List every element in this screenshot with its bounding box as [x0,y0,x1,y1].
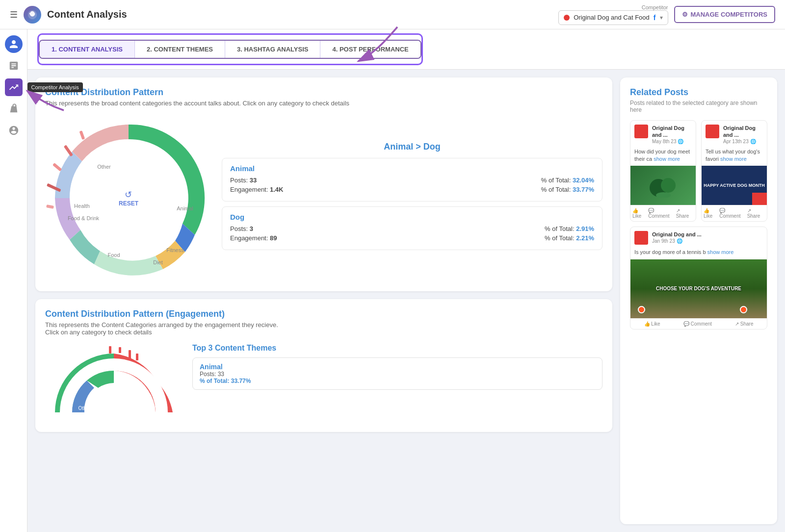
post-actions-2: 👍 Like 💬 Comment ↗ Share [702,205,767,221]
post-header-3: Original Dog and ... Jan 9th 23 🌐 [630,227,767,249]
donut-chart-wrapper: Other Health Food & Drink Food Animal Fi… [45,115,212,281]
dog-pct-value: 2.91% [576,225,594,232]
sidebar-item-account[interactable] [5,122,23,139]
post-image-3: CHOOSE YOUR DOG'S ADVENTURE [630,259,767,318]
post-avatar-2 [706,125,719,138]
tab-hashtag-analysis[interactable]: 3. HASHTAG ANALYSIS [225,41,320,58]
label-food: Food [107,252,120,258]
label-animal: Animal [177,205,193,211]
tabs-container: 1. CONTENT ANALYSIS 2. CONTENT THEMES 3.… [37,33,423,65]
post-image-1 [630,166,696,205]
competitor-status-dot [564,15,570,21]
reset-icon: ↺ [125,189,132,200]
animal-stat-title: Animal [230,164,594,173]
tabs-inner: 1. CONTENT ANALYSIS 2. CONTENT THEMES 3.… [39,40,421,59]
label-fitness: Fitness [166,247,184,253]
label-food-drink: Food & Drink [68,215,100,221]
related-posts-subtitle: Posts related to the selected category a… [630,100,767,113]
dog-engagement-pct-value: 2.21% [576,234,594,242]
share-action-1[interactable]: ↗ Share [676,208,694,219]
hamburger-icon[interactable]: ☰ [10,9,18,20]
related-posts-card: Related Posts Posts related to the selec… [620,77,777,524]
eng-spike-3 [129,350,131,359]
user-avatar [5,35,23,53]
animal-theme-pct: % of Total: 33.77% [200,378,595,384]
top3-themes: Top 3 Content Themes Animal Posts: 33 % … [192,344,602,390]
animal-pct-value: 32.04% [573,177,594,184]
sidebar-item-profile[interactable] [5,35,23,53]
tab-content-themes[interactable]: 2. CONTENT THEMES [135,41,225,58]
spike-3 [52,163,62,171]
dog-engagement-row: Engagement: 89 % of Total: 2.21% [230,234,594,242]
chevron-down-icon: ▾ [660,14,663,21]
show-more-link-3[interactable]: show more [707,249,734,255]
like-action-3[interactable]: 👍 Like [644,321,660,327]
post-image-text-2: HAPPY ACTIVE DOG MONTH [702,181,767,191]
header-right: Competitor Original Dog and Cat Food f ▾… [558,4,775,25]
label-health: Health [74,203,90,209]
content-distribution-card: Content Distribution Pattern This repres… [35,77,612,291]
post-card-3: Original Dog and ... Jan 9th 23 🌐 Is you… [630,227,767,329]
logo-icon [27,9,38,20]
share-action-3[interactable]: ↗ Share [735,321,753,327]
competitor-selector[interactable]: Original Dog and Cat Food f ▾ [558,10,668,25]
post-name-3: Original Dog and ... [652,231,763,238]
sidebar-item-analytics[interactable] [5,57,23,75]
dog-stat-title: Dog [230,213,594,221]
show-more-link-2[interactable]: show more [720,156,747,162]
posts-grid-top: Original Dog and ... May 8th 23 🌐 How di… [630,120,767,222]
animal-pct-total: % of Total: 32.04% [541,177,594,184]
sidebar-item-competitor[interactable]: Competitor Analysis [5,78,23,96]
tab-post-performance[interactable]: 4. POST PERFORMANCE [320,41,420,58]
globe-icon-3: 🌐 [677,238,682,244]
page-title: Content Analysis [47,9,127,20]
main-content: Content Distribution Pattern This repres… [27,70,785,532]
post-actions-3: 👍 Like 💬 Comment ↗ Share [630,318,767,329]
content-distribution-title: Content Distribution Pattern [45,87,602,98]
post-date-1: May 8th 23 🌐 [652,139,692,144]
show-more-link-1[interactable]: show more [654,156,680,162]
animal-posts-label: Posts: 33 [230,177,257,184]
top3-title: Top 3 Content Themes [192,344,602,353]
red-accent-2 [752,193,767,205]
tabs-bar: 1. CONTENT ANALYSIS 2. CONTENT THEMES 3.… [27,29,785,70]
tab-content-analysis[interactable]: 1. CONTENT ANALYSIS [40,41,135,58]
post-date-2: Apr 13th 23 🌐 [723,139,763,144]
share-action-2[interactable]: ↗ Share [747,208,765,219]
like-action-1[interactable]: 👍 Like [632,208,648,219]
eng-spike-4 [136,354,138,360]
animal-engagement-row: Engagement: 1.4K % of Total: 33.77% [230,186,594,193]
competitor-analysis-tooltip: Competitor Analysis [27,82,83,92]
dog-engagement-pct: % of Total: 2.21% [545,234,594,242]
animal-engagement-pct: % of Total: 33.77% [541,186,594,193]
post-avatar-1 [634,125,648,138]
comment-action-3[interactable]: 💬 Comment [683,321,712,327]
post-text-2: Tell us what your dog's favori show more [702,148,767,166]
comment-action-1[interactable]: 💬 Comment [648,208,676,219]
facebook-icon: f [654,14,656,22]
reset-label: RESET [119,200,138,207]
reset-button[interactable]: ↺ RESET [119,189,138,207]
left-panel: Content Distribution Pattern This repres… [35,77,612,524]
like-action-2[interactable]: 👍 Like [704,208,719,219]
eng-spike-2 [119,347,121,353]
globe-icon-2: 🌐 [750,139,756,144]
donut-segment-food[interactable] [94,251,163,276]
comment-action-2[interactable]: 💬 Comment [719,208,747,219]
spike-2 [64,145,73,156]
animal-posts-value: 33 [250,177,257,184]
label-other: Other [97,164,111,170]
animal-theme-label: Animal [200,363,595,371]
gear-icon: ⚙ [682,11,688,18]
dog-posts: Posts: 3 [230,225,253,232]
competitor-label: Competitor [642,4,668,10]
dog-engagement-value: 89 [270,234,277,242]
sidebar-item-campaigns[interactable] [5,100,23,118]
manage-competitors-button[interactable]: ⚙ MANAGE COMPETITORS [674,6,776,23]
animal-engagement: Engagement: 1.4K [230,186,283,193]
sidebar: Competitor Analysis [0,29,27,532]
content-area: 1. CONTENT ANALYSIS 2. CONTENT THEMES 3.… [27,29,785,532]
engagement-title: Content Distribution Pattern (Engagement… [45,309,602,319]
engagement-chart-svg[interactable]: Other [45,344,183,422]
dog-pct-total: % of Total: 2.91% [545,225,594,232]
